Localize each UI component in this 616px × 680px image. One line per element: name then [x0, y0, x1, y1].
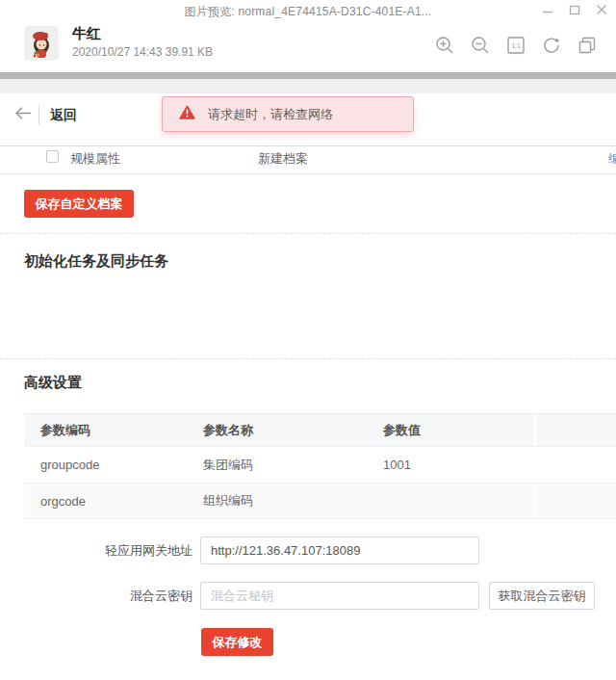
copy-button[interactable] — [576, 35, 599, 58]
param-code-cell: orgcode — [24, 494, 203, 509]
table-row: groupcode 集团编码 1001 — [24, 446, 616, 483]
close-button[interactable] — [593, 2, 610, 19]
attribute-value: 新建档案 — [258, 150, 308, 168]
init-tasks-heading: 初始化任务及同步任务 — [24, 252, 168, 271]
file-meta: 2020/10/27 14:43 39.91 KB — [72, 45, 213, 59]
secret-label: 混合云密钥 — [0, 582, 192, 610]
actual-size-button[interactable]: 1:1 — [504, 35, 527, 58]
column-header-empty — [534, 414, 616, 446]
gateway-address-input[interactable] — [200, 536, 479, 564]
advanced-settings-heading: 高级设置 — [24, 374, 82, 392]
window-title: 图片预览: normal_4E74415A-D31C-401E-A1... — [0, 4, 616, 20]
table-row: orgcode 组织编码 — [24, 483, 616, 519]
preview-toolbar: 1:1 — [433, 35, 599, 58]
sender-avatar — [24, 26, 59, 61]
save-custom-archive-button[interactable]: 保存自定义档案 — [24, 190, 134, 218]
back-arrow-button[interactable] — [13, 106, 33, 123]
param-table-header: 参数编码 参数名称 参数值 — [24, 414, 616, 446]
section-divider — [0, 358, 616, 359]
toast-message: 请求超时，请检查网络 — [208, 106, 333, 123]
cloud-secret-input[interactable] — [200, 582, 479, 610]
svg-text:1:1: 1:1 — [511, 42, 521, 49]
rotate-button[interactable] — [540, 35, 563, 58]
section-divider — [0, 233, 616, 234]
column-header: 参数名称 — [203, 422, 383, 439]
gateway-label: 轻应用网关地址 — [0, 536, 192, 564]
zoom-in-icon — [434, 35, 455, 59]
minimize-button[interactable] — [539, 2, 556, 19]
column-header: 参数编码 — [24, 422, 203, 439]
attribute-row: 规模属性 新建档案 编辑 — [0, 145, 616, 174]
image-preview-window: 图片预览: normal_4E74415A-D31C-401E-A1... — [0, 0, 616, 680]
sender-name: 牛红 — [72, 25, 101, 43]
minimize-icon — [542, 4, 553, 18]
window-controls — [539, 2, 610, 19]
actual-size-icon: 1:1 — [505, 35, 526, 59]
previewed-image-content: 请求超时，请检查网络 返回 规模属性 新建档案 编辑 保存自定义档案 初始化任务… — [0, 93, 616, 680]
close-icon — [596, 4, 607, 18]
attribute-name: 规模属性 — [70, 150, 120, 168]
error-toast: 请求超时，请检查网络 — [162, 96, 414, 132]
param-code-cell: groupcode — [24, 458, 203, 472]
back-divider — [38, 105, 39, 125]
param-name-cell: 组织编码 — [203, 492, 383, 510]
param-table: 参数编码 参数名称 参数值 groupcode 集团编码 1001 orgcod… — [24, 413, 616, 519]
param-name-cell: 集团编码 — [203, 457, 383, 474]
warning-triangle-icon — [179, 105, 195, 123]
maximize-button[interactable] — [566, 2, 583, 19]
zoom-in-button[interactable] — [433, 35, 456, 58]
zoom-out-button[interactable] — [469, 35, 492, 58]
preview-header: 牛红 2020/10/27 14:43 39.91 KB — [0, 21, 616, 72]
column-header: 参数值 — [383, 422, 534, 439]
back-arrow-icon — [13, 109, 33, 123]
titlebar: 图片预览: normal_4E74415A-D31C-401E-A1... — [0, 0, 616, 21]
zoom-out-icon — [470, 35, 491, 59]
content-top-strip — [0, 79, 616, 93]
param-value-cell: 1001 — [383, 458, 534, 472]
maximize-icon — [569, 4, 580, 18]
copy-icon — [577, 35, 598, 59]
edit-link[interactable]: 编辑 — [608, 150, 616, 168]
back-link[interactable]: 返回 — [50, 107, 77, 124]
rotate-icon — [541, 35, 562, 59]
attribute-checkbox[interactable] — [46, 150, 59, 163]
get-cloud-secret-button[interactable]: 获取混合云密钥 — [489, 582, 595, 610]
save-changes-button[interactable]: 保存修改 — [201, 628, 273, 656]
window-divider-bar — [0, 72, 616, 79]
